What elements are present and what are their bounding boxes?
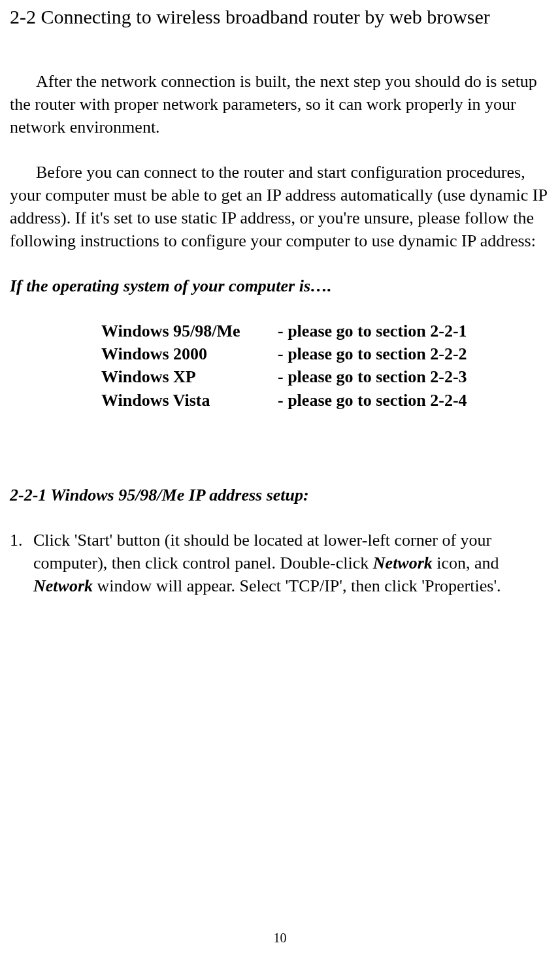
os-section: - please go to section 2-2-2 xyxy=(278,342,550,365)
step-text: window will appear. Select 'TCP/IP', the… xyxy=(93,576,501,595)
step-text: icon, and xyxy=(433,554,499,572)
os-section: - please go to section 2-2-1 xyxy=(278,320,550,342)
intro-paragraph-1-text: After the network connection is built, t… xyxy=(10,72,537,137)
os-name: Windows XP xyxy=(101,365,278,388)
os-name: Windows Vista xyxy=(101,389,278,412)
intro-paragraph-2-text: Before you can connect to the router and… xyxy=(10,163,547,250)
emphasis: Network xyxy=(33,576,93,595)
os-row: Windows XP - please go to section 2-2-3 xyxy=(101,365,550,388)
os-list: Windows 95/98/Me - please go to section … xyxy=(101,320,550,411)
page-number: 10 xyxy=(0,929,560,947)
os-row: Windows 95/98/Me - please go to section … xyxy=(101,320,550,342)
subsection-heading: 2-2-1 Windows 95/98/Me IP address setup: xyxy=(10,484,550,506)
os-row: Windows 2000 - please go to section 2-2-… xyxy=(101,342,550,365)
step-content: Click 'Start' button (it should be locat… xyxy=(33,529,550,597)
step-marker: 1. xyxy=(10,529,33,597)
emphasis: Network xyxy=(373,554,433,572)
intro-paragraph-1: After the network connection is built, t… xyxy=(10,70,550,139)
intro-paragraph-2: Before you can connect to the router and… xyxy=(10,161,550,252)
os-intro: If the operating system of your computer… xyxy=(10,274,550,297)
os-section: - please go to section 2-2-4 xyxy=(278,389,550,412)
step-1: 1. Click 'Start' button (it should be lo… xyxy=(10,529,550,597)
section-heading: 2-2 Connecting to wireless broadband rou… xyxy=(10,4,550,31)
os-name: Windows 95/98/Me xyxy=(101,320,278,342)
os-name: Windows 2000 xyxy=(101,342,278,365)
os-section: - please go to section 2-2-3 xyxy=(278,365,550,388)
os-row: Windows Vista - please go to section 2-2… xyxy=(101,389,550,412)
